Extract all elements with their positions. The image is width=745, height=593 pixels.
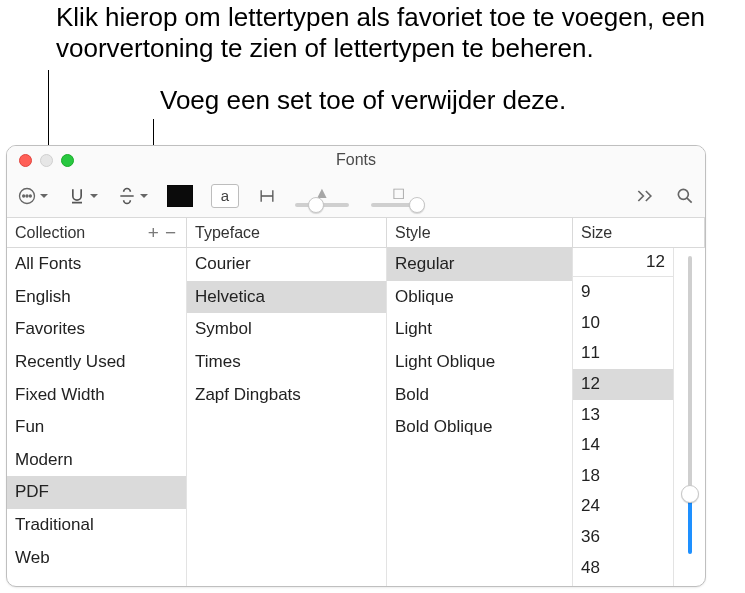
- strikethrough-button[interactable]: [117, 186, 149, 206]
- typeface-header: Typeface: [187, 218, 387, 247]
- collection-item[interactable]: PDF: [7, 476, 186, 509]
- fonts-window: Fonts a: [6, 145, 706, 587]
- typeface-item[interactable]: Courier: [187, 248, 386, 281]
- toolbar: a ▲ ◻: [7, 174, 705, 218]
- size-item[interactable]: 24: [573, 491, 673, 522]
- svg-point-3: [29, 195, 31, 197]
- typeface-header-label: Typeface: [195, 224, 260, 242]
- more-options-button[interactable]: [17, 186, 49, 206]
- size-item[interactable]: 36: [573, 522, 673, 553]
- size-input[interactable]: 12: [573, 248, 673, 277]
- size-header: Size: [573, 218, 705, 247]
- typeface-item[interactable]: Symbol: [187, 313, 386, 346]
- minimize-button[interactable]: [40, 154, 53, 167]
- slider-track: [295, 203, 349, 207]
- square-icon: ◻: [392, 185, 405, 201]
- size-item[interactable]: 18: [573, 461, 673, 492]
- size-item[interactable]: 11: [573, 338, 673, 369]
- size-item[interactable]: 13: [573, 400, 673, 431]
- slider-track: [688, 256, 692, 494]
- typeface-list[interactable]: CourierHelveticaSymbolTimesZapf Dingbats: [187, 248, 387, 586]
- collection-header-label: Collection: [15, 224, 85, 242]
- color-swatch: [167, 185, 193, 207]
- collection-item[interactable]: Traditional: [7, 509, 186, 542]
- lists-area: All FontsEnglishFavoritesRecently UsedFi…: [7, 248, 705, 586]
- size-list[interactable]: 9101112131418243648: [573, 277, 673, 586]
- shadow-opacity-slider[interactable]: ▲: [295, 185, 349, 207]
- svg-point-9: [678, 189, 688, 199]
- collection-item[interactable]: Fun: [7, 411, 186, 444]
- zoom-button[interactable]: [61, 154, 74, 167]
- chevron-down-icon: [89, 190, 99, 202]
- chevron-down-icon: [139, 190, 149, 202]
- size-column: 12 9101112131418243648: [573, 248, 705, 586]
- slider-track-active: [688, 494, 692, 554]
- size-item[interactable]: 10: [573, 308, 673, 339]
- style-item[interactable]: Light Oblique: [387, 346, 572, 379]
- style-item[interactable]: Oblique: [387, 281, 572, 314]
- remove-collection-button[interactable]: −: [165, 226, 176, 239]
- text-shadow-toggle[interactable]: [257, 186, 277, 206]
- style-header-label: Style: [395, 224, 431, 242]
- style-item[interactable]: Bold Oblique: [387, 411, 572, 444]
- slider-track: [371, 203, 425, 207]
- style-header: Style: [387, 218, 573, 247]
- collection-item[interactable]: English: [7, 281, 186, 314]
- style-list[interactable]: RegularObliqueLightLight ObliqueBoldBold…: [387, 248, 573, 586]
- chevron-down-icon: [39, 190, 49, 202]
- size-item[interactable]: 9: [573, 277, 673, 308]
- strikethrough-icon: [117, 186, 137, 206]
- collection-item[interactable]: Recently Used: [7, 346, 186, 379]
- column-headers: Collection + − Typeface Style Size: [7, 218, 705, 248]
- collection-item[interactable]: Web: [7, 542, 186, 575]
- collection-item[interactable]: Fixed Width: [7, 379, 186, 412]
- callout-add-remove: Voeg een set toe of verwijder deze.: [160, 85, 566, 116]
- svg-point-2: [26, 195, 28, 197]
- typeface-item[interactable]: Helvetica: [187, 281, 386, 314]
- add-collection-button[interactable]: +: [148, 226, 159, 239]
- collection-header: Collection + −: [7, 218, 187, 247]
- svg-line-10: [687, 198, 692, 203]
- window-title: Fonts: [7, 151, 705, 169]
- text-color-swatch[interactable]: [167, 185, 193, 207]
- search-button[interactable]: [675, 186, 695, 206]
- underline-icon: [67, 186, 87, 206]
- collection-list[interactable]: All FontsEnglishFavoritesRecently UsedFi…: [7, 248, 187, 586]
- size-header-label: Size: [581, 224, 612, 242]
- titlebar: Fonts: [7, 146, 705, 174]
- collection-item[interactable]: Modern: [7, 444, 186, 477]
- chevrons-right-icon: [635, 187, 655, 205]
- close-button[interactable]: [19, 154, 32, 167]
- slider-thumb[interactable]: [681, 485, 699, 503]
- typeface-item[interactable]: Zapf Dingbats: [187, 379, 386, 412]
- document-color-icon: a: [211, 184, 239, 208]
- size-item[interactable]: 12: [573, 369, 673, 400]
- callout-more-menu: Klik hierop om lettertypen als favoriet …: [56, 2, 726, 64]
- document-color-button[interactable]: a: [211, 184, 239, 208]
- more-toolbar-button[interactable]: [635, 187, 655, 205]
- search-icon: [675, 186, 695, 206]
- slider-thumb[interactable]: [409, 197, 425, 213]
- size-slider[interactable]: [673, 248, 705, 586]
- typeface-item[interactable]: Times: [187, 346, 386, 379]
- style-item[interactable]: Light: [387, 313, 572, 346]
- collection-item[interactable]: All Fonts: [7, 248, 186, 281]
- collection-item[interactable]: Favorites: [7, 313, 186, 346]
- underline-button[interactable]: [67, 186, 99, 206]
- style-item[interactable]: Regular: [387, 248, 572, 281]
- size-item[interactable]: 48: [573, 553, 673, 584]
- size-item[interactable]: 14: [573, 430, 673, 461]
- svg-point-1: [23, 195, 25, 197]
- shadow-icon: [257, 186, 277, 206]
- slider-thumb[interactable]: [308, 197, 324, 213]
- shadow-blur-slider[interactable]: ◻: [371, 185, 425, 207]
- more-icon: [17, 186, 37, 206]
- style-item[interactable]: Bold: [387, 379, 572, 412]
